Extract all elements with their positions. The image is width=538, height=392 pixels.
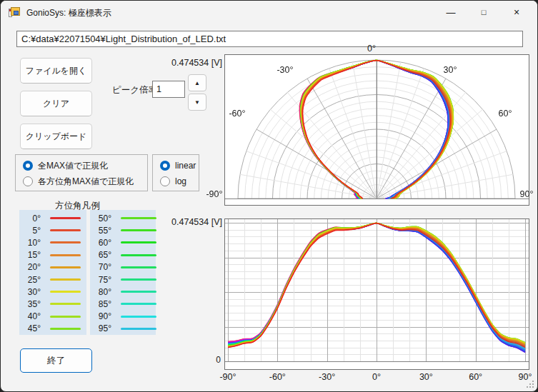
polar-angle-label-60: 60°: [491, 109, 519, 119]
peak-decrease-button[interactable]: ▼: [188, 94, 206, 111]
legend-item: 80°: [90, 286, 156, 298]
minimize-button[interactable]: —: [434, 1, 467, 24]
polar-peak-value-label: 0.474534 [V]: [165, 58, 222, 68]
cartesian-peak-value-label: 0.474534 [V]: [165, 217, 222, 227]
legend-item: 45°: [19, 323, 86, 335]
resize-grip[interactable]: [526, 380, 534, 388]
x-tick-label: 30°: [412, 372, 440, 382]
clear-button[interactable]: クリア: [20, 91, 92, 116]
peak-ratio-input[interactable]: 1: [152, 81, 185, 98]
legend-color-line: [50, 217, 81, 219]
azimuth-legend-left-panel: 0°5°10°15°20°25°30°35°40°45°: [19, 210, 86, 335]
legend-color-line: [121, 291, 156, 293]
app-icon: [9, 6, 20, 18]
close-icon: ×: [514, 6, 519, 18]
maximize-icon: □: [482, 8, 487, 16]
legend-color-line: [121, 241, 156, 243]
radio-log[interactable]: log: [160, 176, 186, 187]
legend-color-line: [121, 229, 156, 231]
minimize-icon: —: [447, 7, 456, 18]
radio-unselected-icon: [160, 176, 170, 186]
cartesian-chart-canvas: [225, 219, 529, 369]
legend-item: 65°: [90, 249, 156, 261]
polar-chart-canvas: [225, 55, 529, 205]
legend-color-line: [50, 278, 81, 281]
legend-item: 10°: [19, 236, 86, 248]
legend-color-line: [121, 254, 156, 256]
legend-angle-label: 60°: [90, 238, 111, 248]
legend-color-line: [50, 241, 81, 243]
legend-angle-label: 20°: [19, 262, 41, 272]
radio-selected-icon: [160, 161, 170, 171]
legend-color-line: [50, 328, 81, 330]
legend-color-line: [50, 291, 81, 293]
x-tick-label: 60°: [462, 372, 490, 382]
legend-angle-label: 85°: [90, 299, 111, 309]
legend-angle-label: 80°: [90, 287, 111, 297]
file-path-input[interactable]: C:¥data¥22071504¥Light_Distribution_of_L…: [16, 31, 523, 47]
app-window: GonioSys: 極座標表示 — □ × C:¥data¥22071504¥L…: [0, 0, 538, 392]
legend-angle-label: 55°: [90, 226, 111, 236]
legend-item: 5°: [19, 224, 86, 236]
radio-label: log: [175, 176, 186, 186]
polar-angle-label-90: 90°: [512, 189, 538, 199]
polar-angle-label-0: 0°: [357, 44, 386, 54]
legend-angle-label: 45°: [19, 323, 41, 333]
legend-item: 75°: [90, 273, 156, 286]
radio-label: linear: [175, 161, 196, 171]
legend-item: 40°: [19, 311, 86, 323]
legend-angle-label: 50°: [90, 213, 111, 223]
polar-angle-label-neg60: -60°: [223, 109, 251, 119]
legend-angle-label: 10°: [19, 238, 41, 248]
radio-label: 全MAX値で正規化: [38, 160, 108, 172]
legend-item: 90°: [90, 311, 156, 323]
legend-item: 0°: [19, 212, 86, 224]
peak-increase-button[interactable]: ▲: [188, 74, 206, 91]
radio-linear[interactable]: linear: [160, 160, 196, 171]
legend-color-line: [121, 266, 156, 268]
cartesian-chart: [224, 218, 529, 370]
legend-angle-label: 70°: [90, 262, 111, 272]
open-file-button[interactable]: ファイルを開く: [20, 58, 92, 84]
legend-angle-label: 15°: [19, 250, 41, 260]
legend-color-line: [121, 328, 156, 330]
legend-angle-label: 95°: [90, 323, 111, 333]
legend-angle-label: 75°: [90, 275, 111, 285]
legend-item: 35°: [19, 298, 86, 310]
legend-item: 60°: [90, 236, 156, 248]
polar-chart: [224, 54, 529, 206]
legend-angle-label: 40°: [19, 311, 41, 321]
y-axis-origin-label: 0: [209, 355, 221, 365]
legend-color-line: [50, 303, 81, 305]
radio-selected-icon: [23, 161, 33, 171]
exit-button[interactable]: 終了: [20, 348, 92, 373]
legend-color-line: [121, 316, 156, 318]
legend-color-line: [121, 278, 156, 281]
legend-color-line: [50, 316, 81, 318]
maximize-button[interactable]: □: [467, 1, 500, 24]
normalize-groupbox: 全MAX値で正規化 各方位角MAX値で正規化: [15, 154, 148, 191]
radio-normalize-per-azimuth[interactable]: 各方位角MAX値で正規化: [23, 176, 134, 187]
legend-angle-label: 35°: [19, 299, 41, 309]
radio-unselected-icon: [23, 176, 33, 186]
legend-angle-label: 25°: [19, 275, 41, 285]
window-title: GonioSys: 極座標表示: [26, 7, 111, 19]
legend-angle-label: 0°: [19, 213, 41, 223]
polar-angle-label-neg90: -90°: [200, 189, 229, 199]
legend-item: 85°: [90, 298, 156, 310]
x-tick-label: 90°: [511, 372, 538, 382]
legend-item: 15°: [19, 249, 86, 261]
legend-angle-label: 30°: [19, 287, 41, 297]
legend-color-line: [121, 303, 156, 305]
polar-angle-label-30: 30°: [436, 65, 464, 75]
x-tick-label: 0°: [362, 372, 391, 382]
legend-item: 25°: [19, 273, 86, 286]
legend-angle-label: 90°: [90, 311, 111, 321]
clipboard-button[interactable]: クリップボード: [20, 124, 92, 149]
legend-color-line: [121, 217, 156, 219]
legend-color-line: [50, 254, 81, 256]
close-button[interactable]: ×: [500, 1, 533, 24]
radio-normalize-global[interactable]: 全MAX値で正規化: [23, 160, 108, 171]
polar-angle-label-neg30: -30°: [271, 65, 299, 75]
titlebar: GonioSys: 極座標表示 — □ ×: [1, 1, 537, 24]
